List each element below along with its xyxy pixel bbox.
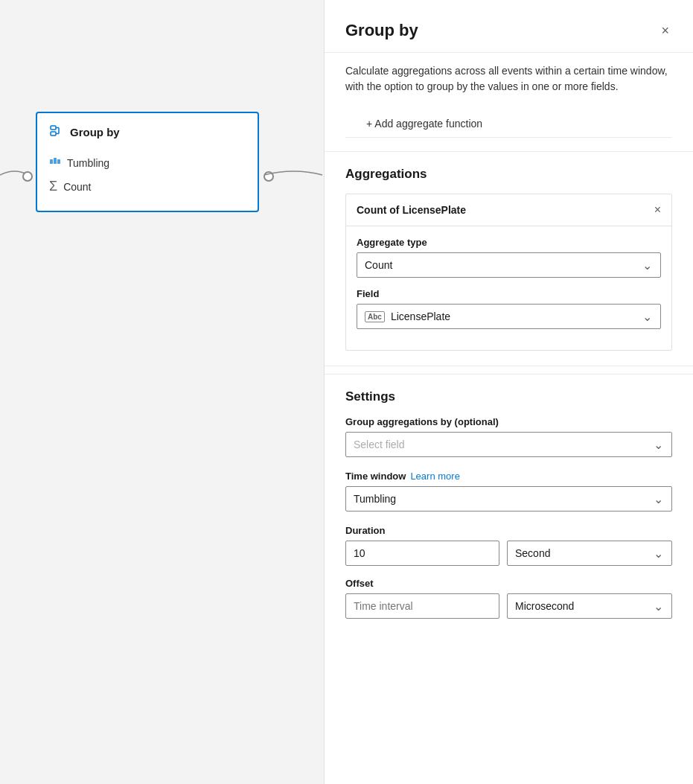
connector-right	[264, 164, 324, 186]
aggregate-type-label: Aggregate type	[357, 237, 661, 248]
field-select-display[interactable]: Abc LicensePlate	[357, 304, 661, 329]
node-title: Group by	[49, 124, 246, 141]
time-window-label: Time window	[345, 471, 406, 482]
aggregation-card-close-button[interactable]: ×	[654, 203, 661, 217]
add-function-label: + Add aggregate function	[366, 118, 482, 130]
settings-section: Settings Group aggregations by (optional…	[325, 374, 693, 634]
time-window-select-wrapper: Tumbling Hopping Sliding Session	[345, 486, 672, 511]
panel-description-text: Calculate aggregations across all events…	[345, 65, 668, 92]
panel-title: Group by	[345, 21, 418, 40]
learn-more-link[interactable]: Learn more	[410, 471, 459, 482]
add-aggregate-function-button[interactable]: + Add aggregate function	[345, 110, 672, 138]
field-value: LicensePlate	[391, 310, 450, 322]
sigma-icon: Σ	[49, 179, 57, 194]
offset-unit-select[interactable]: Microsecond Millisecond Second Minute Ho…	[507, 593, 672, 619]
node-item-tumbling: Tumbling	[49, 151, 246, 174]
node-title-text: Group by	[70, 126, 120, 138]
group-by-select-wrapper[interactable]: Select field	[345, 432, 672, 457]
duration-unit-select[interactable]: Second Minute Hour Day Millisecond Micro…	[507, 541, 672, 566]
offset-unit-select-wrapper: Microsecond Millisecond Second Minute Ho…	[507, 593, 672, 619]
group-by-icon	[49, 124, 64, 141]
offset-row: Microsecond Millisecond Second Minute Ho…	[345, 593, 672, 619]
canvas-area: Group by Tumbling Σ Count	[0, 0, 324, 784]
svg-rect-0	[51, 126, 56, 130]
duration-unit-select-wrapper: Second Minute Hour Day Millisecond Micro…	[507, 541, 672, 566]
field-label: Field	[357, 288, 661, 299]
aggregation-card-title: Count of LicensePlate	[357, 204, 466, 216]
svg-rect-1	[51, 132, 56, 136]
offset-label: Offset	[345, 578, 672, 589]
time-window-label-row: Time window Learn more	[345, 471, 672, 482]
aggregations-title: Aggregations	[345, 167, 672, 182]
duration-label: Duration	[345, 525, 672, 536]
group-by-select-display[interactable]: Select field	[345, 432, 672, 457]
aggregate-type-select[interactable]: Count Sum Average Min Max	[357, 252, 661, 278]
aggregation-card: Count of LicensePlate × Aggregate type C…	[345, 194, 672, 351]
panel-description: Calculate aggregations across all events…	[325, 53, 693, 152]
section-divider	[325, 366, 693, 366]
panel-close-button[interactable]: ×	[658, 21, 672, 40]
duration-input[interactable]	[345, 541, 499, 566]
abc-icon: Abc	[365, 311, 385, 322]
time-window-select[interactable]: Tumbling Hopping Sliding Session	[345, 486, 672, 511]
right-panel: Group by × Calculate aggregations across…	[324, 0, 693, 784]
tumbling-icon	[49, 156, 61, 170]
duration-row: Second Minute Hour Day Millisecond Micro…	[345, 541, 672, 566]
svg-rect-5	[50, 159, 53, 164]
offset-input[interactable]	[345, 593, 499, 619]
node-item-tumbling-label: Tumbling	[67, 157, 109, 169]
connector-dot-left	[22, 171, 33, 182]
node-item-count-label: Count	[63, 181, 91, 193]
group-by-node: Group by Tumbling Σ Count	[36, 112, 259, 212]
field-select-wrapper[interactable]: Abc LicensePlate	[357, 304, 661, 329]
aggregate-type-select-wrapper: Count Sum Average Min Max	[357, 252, 661, 278]
panel-header: Group by ×	[325, 0, 693, 53]
settings-title: Settings	[345, 389, 672, 404]
aggregations-section: Aggregations Count of LicensePlate × Agg…	[325, 152, 693, 366]
node-item-count: Σ Count	[49, 174, 246, 199]
svg-rect-6	[54, 158, 57, 164]
aggregation-card-header: Count of LicensePlate ×	[346, 194, 671, 226]
group-by-placeholder: Select field	[354, 439, 404, 450]
group-by-label: Group aggregations by (optional)	[345, 416, 672, 427]
svg-rect-7	[57, 159, 60, 164]
aggregation-card-body: Aggregate type Count Sum Average Min Max…	[346, 226, 671, 350]
